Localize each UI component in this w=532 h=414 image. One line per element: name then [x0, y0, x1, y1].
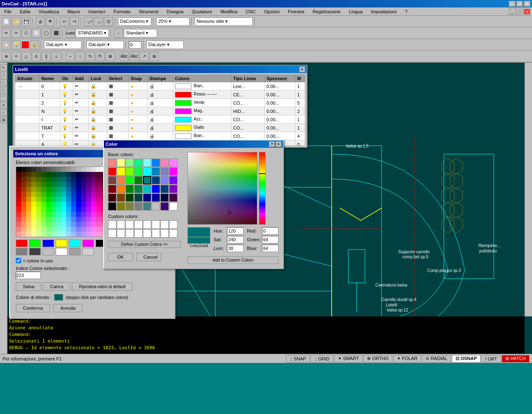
custom-color-cell[interactable]	[108, 220, 116, 229]
app-minimize-button[interactable]: _	[509, 9, 515, 15]
snap-btn-1[interactable]: ⊕	[2, 52, 11, 61]
win-color-help[interactable]: ?	[269, 141, 275, 147]
text-style-dropdown[interactable]: STANDARD ▾	[76, 29, 109, 37]
draw-btn-3[interactable]: ⬡	[22, 29, 31, 38]
ok-button[interactable]: OK	[108, 253, 133, 261]
basic-color-cell[interactable]	[117, 185, 125, 193]
custom-color-cell[interactable]	[160, 220, 169, 229]
app-restore-button[interactable]: □	[516, 9, 523, 15]
layer-name-dropdown[interactable]: DaLayer ▾	[146, 41, 184, 49]
win-color-close[interactable]: ×	[276, 141, 281, 147]
cell-snap[interactable]: ●	[129, 132, 148, 140]
cell-colore[interactable]: Azz..	[173, 115, 231, 124]
menu-lingua[interactable]: Lingua	[347, 8, 365, 15]
color-spectrum[interactable]	[187, 152, 257, 225]
extra-btn-3[interactable]: ↗	[140, 52, 149, 61]
ortho-button[interactable]: ⊕ ORTHO	[363, 355, 392, 363]
cell-on[interactable]: 💡	[60, 140, 73, 146]
draw-btn-5[interactable]: ◯	[42, 29, 51, 38]
dim-btn[interactable]: ↕	[114, 29, 123, 38]
cell-lock[interactable]: 🔒	[89, 115, 107, 124]
layer-btn-1[interactable]: 📋	[2, 40, 11, 49]
cell-snap[interactable]: ●	[129, 107, 148, 115]
tool-line[interactable]: /	[0, 72, 7, 78]
cell-stampa[interactable]: 🖨	[148, 124, 173, 132]
sat-input[interactable]	[227, 236, 244, 243]
color-swatch-cyan[interactable]	[69, 240, 81, 247]
app-close-button[interactable]: ×	[524, 9, 530, 15]
zoom-fit-button[interactable]: ⊡	[104, 17, 113, 26]
color-swatch-gray[interactable]	[16, 248, 27, 255]
draw-btn-4[interactable]: ⬜	[32, 29, 41, 38]
color-swatch-ltgray2[interactable]	[82, 248, 94, 255]
custom-color-cell[interactable]	[143, 220, 151, 229]
basic-color-cell[interactable]	[160, 159, 169, 167]
table-row[interactable]: → 0 💡 ✏ 🔒 ▦ ● 🖨 Bian.. Line... 0.00... 1	[15, 82, 305, 91]
cell-on[interactable]: 💡	[60, 115, 73, 124]
custom-color-cell[interactable]	[117, 220, 125, 229]
basic-color-cell[interactable]	[160, 194, 169, 202]
basic-color-cell[interactable]	[117, 202, 125, 211]
text-btn[interactable]: AaBb	[66, 29, 75, 38]
custom-color-cell[interactable]	[152, 229, 160, 238]
hatch-button[interactable]: ⊞ HATCH	[502, 355, 530, 363]
color-swatch-white[interactable]	[56, 248, 67, 255]
menu-quotature[interactable]: Quotature	[189, 8, 214, 15]
basic-color-cell[interactable]	[169, 202, 177, 211]
tool-arc[interactable]: ⌒	[0, 94, 7, 101]
table-row[interactable]: N 💡 ✏ 🔒 ▦ ● 🖨 Mag.. HID... 0.00... 2	[15, 107, 305, 115]
basic-color-cell[interactable]	[152, 159, 160, 167]
cell-snap[interactable]: ●	[129, 82, 148, 91]
hue-input[interactable]	[227, 227, 244, 235]
new-button[interactable]: 📄	[2, 17, 11, 26]
snap-btn-6[interactable]: ⊥	[52, 52, 61, 61]
basic-color-cell[interactable]	[126, 194, 134, 202]
snap-button[interactable]: :: SNAP	[286, 355, 310, 363]
cell-colore[interactable]: Mag..	[173, 107, 231, 115]
basic-color-cell[interactable]	[117, 194, 125, 202]
extra-btn-4[interactable]: ⊞	[150, 52, 159, 61]
dim-style-dropdown[interactable]: Standard ▾	[124, 29, 157, 37]
lum-input[interactable]	[227, 245, 244, 252]
salva-button[interactable]: Salva	[16, 282, 42, 291]
tool-select[interactable]: ↖	[0, 64, 7, 71]
cell-add[interactable]: ✏	[73, 115, 89, 124]
extra-btn-2[interactable]: Abc	[130, 52, 139, 61]
color-palette-canvas[interactable]	[16, 167, 106, 237]
cell-add[interactable]: ✏	[73, 107, 89, 115]
cell-select[interactable]: ▦	[107, 115, 128, 124]
menu-formato[interactable]: Formato	[111, 8, 133, 15]
color-swatch-ltgray[interactable]	[42, 248, 54, 255]
color-swatch-yellow[interactable]	[56, 240, 67, 247]
layer-weight-input[interactable]	[129, 41, 141, 49]
grid-button[interactable]: :: GRID	[310, 355, 333, 363]
cell-select[interactable]: ▦	[107, 99, 128, 107]
save-button[interactable]: 💾	[22, 17, 31, 26]
smart-button[interactable]: ✦ SMART	[334, 355, 362, 363]
cell-lock[interactable]: 🔒	[89, 99, 107, 107]
style-dropdown[interactable]: Nessuno stile ▾	[195, 17, 253, 26]
modify-btn-1[interactable]: ↔	[66, 52, 75, 61]
basic-color-cell[interactable]	[152, 194, 160, 202]
red-input[interactable]	[262, 227, 278, 235]
blue-input[interactable]	[262, 245, 278, 252]
snap-btn-3[interactable]: △	[22, 52, 31, 61]
basic-color-cell[interactable]	[160, 202, 169, 211]
menu-help[interactable]: ?	[402, 8, 410, 15]
cell-colore[interactable]: Bian..	[173, 132, 231, 140]
extra-btn-1[interactable]: Abc	[120, 52, 129, 61]
redo-button[interactable]: ↪	[70, 17, 79, 26]
cell-on[interactable]: 💡	[60, 132, 73, 140]
cell-stampa[interactable]: 🖨	[148, 132, 173, 140]
cell-select[interactable]: ▦	[107, 82, 128, 91]
draw-btn-2[interactable]: ✂	[12, 29, 21, 38]
basic-color-cell[interactable]	[134, 176, 143, 184]
basic-color-cell[interactable]	[160, 176, 169, 184]
cell-lock[interactable]: 🔒	[89, 124, 107, 132]
minimize-button[interactable]: _	[509, 1, 515, 7]
menu-macro[interactable]: Macro	[65, 8, 83, 15]
bg-color-swatch[interactable]	[54, 294, 63, 301]
lwt-button[interactable]: / LWT	[481, 355, 501, 363]
menu-opzioni[interactable]: Opzioni	[261, 8, 282, 15]
basic-color-cell[interactable]	[134, 159, 143, 167]
